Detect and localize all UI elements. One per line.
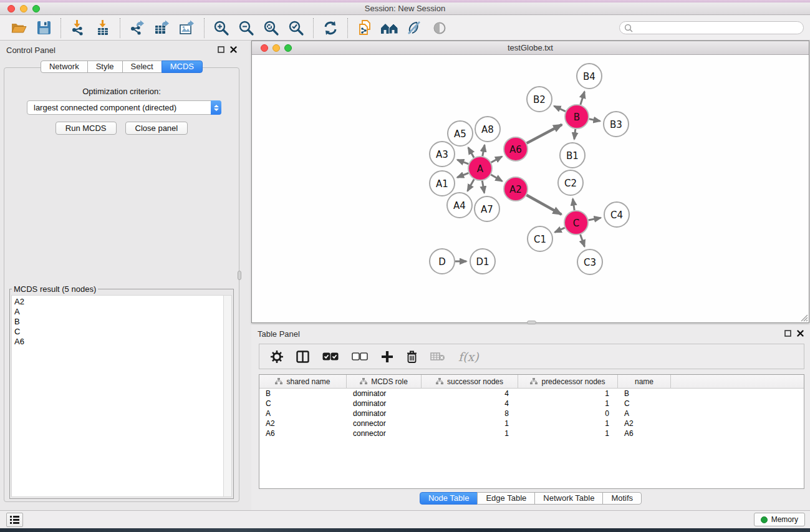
network-close-button[interactable] — [261, 44, 268, 52]
table-row[interactable]: Adominator80A — [259, 409, 804, 418]
tab-mcds[interactable]: MCDS — [162, 60, 203, 73]
network-minimize-button[interactable] — [272, 44, 280, 52]
graph-node-C2[interactable]: C2 — [558, 170, 583, 195]
graph-node-A2[interactable]: A2 — [504, 177, 528, 201]
show-hide-button[interactable] — [427, 17, 452, 39]
graphics-details-button[interactable] — [402, 17, 427, 39]
table-row[interactable]: Cdominator41C — [259, 399, 804, 409]
graph-node-A4[interactable]: A4 — [447, 193, 472, 218]
plus-icon[interactable] — [381, 351, 393, 363]
search-box[interactable] — [619, 21, 804, 34]
graph-node-A5[interactable]: A5 — [448, 121, 473, 146]
column-header-name[interactable]: name — [618, 375, 671, 388]
graph-node-A1[interactable]: A1 — [430, 171, 455, 196]
table-row[interactable]: Bdominator41B — [259, 389, 804, 399]
graph-node-C1[interactable]: C1 — [528, 226, 552, 251]
float-panel-icon[interactable] — [218, 46, 224, 53]
delete-table-icon[interactable] — [430, 352, 445, 361]
graph-node-B2[interactable]: B2 — [527, 87, 552, 112]
window-titlebar[interactable]: Session: New Session — [0, 2, 810, 15]
graph-node-B3[interactable]: B3 — [604, 112, 629, 137]
close-panel-icon[interactable] — [230, 46, 237, 53]
graph-node-A7[interactable]: A7 — [475, 196, 499, 221]
refresh-button[interactable] — [318, 17, 343, 39]
table-cell: 1 — [518, 418, 618, 428]
desktop-wallpaper-bottom — [0, 528, 810, 532]
split-columns-icon[interactable] — [296, 351, 309, 363]
tab-edge-table[interactable]: Edge Table — [477, 492, 535, 505]
graph-node-B1[interactable]: B1 — [560, 143, 585, 168]
first-neighbors-button[interactable] — [377, 17, 402, 39]
graph-node-A[interactable]: A — [468, 157, 492, 180]
tab-select[interactable]: Select — [122, 60, 162, 73]
graph-node-D[interactable]: D — [430, 249, 455, 274]
column-header-MCDS-role[interactable]: MCDS role — [347, 375, 422, 388]
close-panel-button[interactable]: Close panel — [125, 122, 188, 135]
mcds-result-list[interactable]: A2ABCA6 — [12, 296, 223, 496]
zoom-window-button[interactable] — [32, 5, 40, 12]
zoom-fit-button[interactable] — [259, 17, 284, 39]
export-table-button[interactable] — [150, 17, 175, 39]
table-row[interactable]: A2connector11A2 — [259, 418, 804, 428]
folder-open-icon — [11, 21, 27, 36]
graph-node-B[interactable]: B — [565, 105, 589, 128]
graph-node-A6[interactable]: A6 — [504, 137, 528, 161]
resize-grip-icon[interactable] — [799, 313, 808, 322]
copy-network-button[interactable] — [352, 17, 377, 39]
graph-node-A8[interactable]: A8 — [475, 117, 500, 142]
zoom-selected-button[interactable] — [284, 17, 309, 39]
graph-node-A3[interactable]: A3 — [430, 142, 455, 167]
tab-node-table[interactable]: Node Table — [420, 492, 478, 505]
minimize-window-button[interactable] — [20, 5, 27, 12]
result-list-item[interactable]: A6 — [14, 337, 223, 347]
column-header-predecessor-nodes[interactable]: predecessor nodes — [518, 375, 618, 388]
svg-text:B4: B4 — [583, 71, 595, 82]
column-header-shared-name[interactable]: shared name — [259, 375, 347, 388]
criterion-select[interactable]: largest connected component (directed) — [27, 100, 221, 115]
close-panel-icon[interactable] — [797, 330, 804, 337]
open-session-button[interactable] — [6, 17, 31, 39]
export-network-button[interactable] — [125, 17, 150, 39]
save-session-button[interactable] — [31, 17, 56, 39]
network-graph[interactable]: AA1A2A3A4A5A6A7A8BB1B2B3B4CC1C2C3C4DD1 — [252, 56, 809, 322]
tab-network[interactable]: Network — [41, 60, 88, 73]
column-header-successor-nodes[interactable]: successor nodes — [422, 375, 518, 388]
result-list-item[interactable]: C — [14, 327, 223, 337]
result-list-item[interactable]: A2 — [14, 297, 223, 307]
memory-button[interactable]: Memory — [754, 513, 805, 526]
graph-node-D1[interactable]: D1 — [470, 249, 495, 274]
network-window-titlebar[interactable]: testGlobe.txt — [252, 41, 809, 55]
table-row[interactable]: A6connector11A6 — [259, 428, 804, 438]
gear-icon[interactable] — [271, 351, 283, 363]
export-image-button[interactable] — [175, 17, 200, 39]
task-history-button[interactable] — [6, 513, 23, 527]
tab-network-table[interactable]: Network Table — [534, 492, 603, 505]
vertical-splitter-handle[interactable] — [238, 271, 241, 280]
function-builder-button[interactable]: f(x) — [458, 350, 479, 364]
graph-node-C4[interactable]: C4 — [604, 202, 629, 227]
graph-node-B4[interactable]: B4 — [577, 64, 602, 89]
float-panel-icon[interactable] — [784, 330, 791, 337]
close-window-button[interactable] — [7, 5, 15, 12]
import-table-button[interactable] — [90, 17, 115, 39]
tab-motifs[interactable]: Motifs — [602, 492, 642, 505]
node-table[interactable]: shared nameMCDS rolesuccessor nodesprede… — [259, 374, 804, 489]
result-scrollbar[interactable] — [223, 296, 231, 496]
tab-style[interactable]: Style — [87, 60, 123, 73]
trash-icon[interactable] — [407, 351, 417, 363]
result-list-item[interactable]: A — [14, 307, 223, 317]
unchecked-boxes-icon[interactable] — [352, 352, 368, 360]
network-canvas[interactable]: AA1A2A3A4A5A6A7A8BB1B2B3B4CC1C2C3C4DD1 — [252, 56, 809, 322]
horizontal-splitter-handle[interactable] — [527, 321, 536, 324]
run-mcds-button[interactable]: Run MCDS — [55, 122, 117, 135]
checked-boxes-icon[interactable] — [322, 352, 339, 360]
svg-text:A5: A5 — [454, 128, 466, 140]
graph-node-C3[interactable]: C3 — [577, 249, 602, 274]
search-input[interactable] — [633, 22, 803, 33]
zoom-in-button[interactable] — [209, 17, 234, 39]
zoom-out-button[interactable] — [234, 17, 259, 39]
import-network-button[interactable] — [65, 17, 90, 39]
graph-node-C[interactable]: C — [564, 211, 588, 235]
result-list-item[interactable]: B — [14, 317, 223, 327]
network-zoom-button[interactable] — [284, 44, 292, 52]
